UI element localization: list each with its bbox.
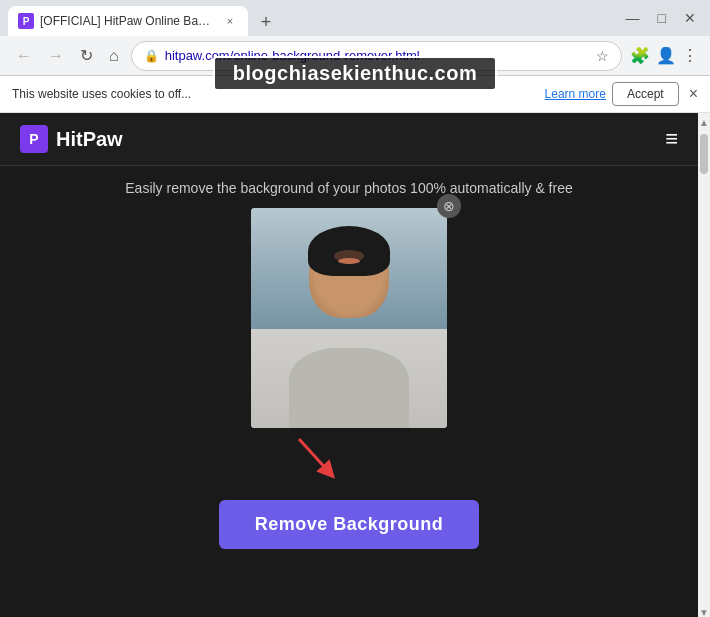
image-container: ⊗: [251, 208, 447, 428]
lock-icon: 🔒: [144, 49, 159, 63]
forward-button[interactable]: →: [44, 45, 68, 67]
photo-background: [251, 208, 447, 428]
title-bar: P [OFFICIAL] HitPaw Online Backgr... × +…: [0, 0, 710, 36]
svg-line-1: [299, 439, 329, 472]
active-tab[interactable]: P [OFFICIAL] HitPaw Online Backgr... ×: [8, 6, 248, 36]
cookie-close-button[interactable]: ×: [689, 85, 698, 103]
learn-more-link[interactable]: Learn more: [545, 87, 606, 101]
cookie-bar: This website uses cookies to off... Lear…: [0, 76, 710, 113]
url-icon-group: ☆: [596, 48, 609, 64]
tagline-text: Easily remove the background of your pho…: [125, 180, 572, 196]
tab-close-button[interactable]: ×: [222, 13, 238, 29]
minimize-button[interactable]: —: [620, 8, 646, 28]
extensions-icon[interactable]: 🧩: [630, 46, 650, 65]
reload-button[interactable]: ↻: [76, 44, 97, 67]
more-options-icon[interactable]: ⋮: [682, 46, 698, 65]
tab-title: [OFFICIAL] HitPaw Online Backgr...: [40, 14, 216, 28]
tab-bar: P [OFFICIAL] HitPaw Online Backgr... × +: [8, 0, 620, 36]
profile-icon[interactable]: 👤: [656, 46, 676, 65]
url-bar[interactable]: 🔒 hitpaw.com/online-background-remover.h…: [131, 41, 622, 71]
main-area: Easily remove the background of your pho…: [0, 166, 698, 617]
home-button[interactable]: ⌂: [105, 45, 123, 67]
scroll-up-arrow[interactable]: ▲: [697, 115, 710, 130]
browser-content: P HitPaw ≡ Easily remove the background …: [0, 113, 710, 617]
close-button[interactable]: ✕: [678, 8, 702, 28]
image-close-button[interactable]: ⊗: [437, 194, 461, 218]
scroll-thumb[interactable]: [700, 134, 708, 174]
menu-icon[interactable]: ≡: [665, 126, 678, 152]
hitpaw-logo[interactable]: P HitPaw: [20, 125, 123, 153]
remove-background-button[interactable]: Remove Background: [219, 500, 480, 549]
uploaded-photo: [251, 208, 447, 428]
cookie-text: This website uses cookies to off...: [12, 87, 539, 101]
scrollbar[interactable]: ▲ ▼: [698, 113, 710, 617]
hitpaw-header: P HitPaw ≡: [0, 113, 698, 166]
maximize-button[interactable]: □: [652, 8, 672, 28]
scroll-down-arrow[interactable]: ▼: [697, 605, 710, 617]
tab-favicon: P: [18, 13, 34, 29]
arrow-container: [249, 434, 449, 484]
toolbar-icons: 🧩 👤 ⋮: [630, 46, 698, 65]
url-text: hitpaw.com/online-background-remover.htm…: [165, 48, 590, 63]
logo-icon: P: [20, 125, 48, 153]
new-tab-button[interactable]: +: [252, 8, 280, 36]
page-content: P HitPaw ≡ Easily remove the background …: [0, 113, 698, 617]
window-controls: — □ ✕: [620, 8, 702, 28]
arrow-icon: [279, 434, 359, 484]
bookmark-icon[interactable]: ☆: [596, 48, 609, 64]
address-bar: ← → ↻ ⌂ 🔒 hitpaw.com/online-background-r…: [0, 36, 710, 76]
brand-name: HitPaw: [56, 128, 123, 151]
back-button[interactable]: ←: [12, 45, 36, 67]
accept-cookies-button[interactable]: Accept: [612, 82, 679, 106]
